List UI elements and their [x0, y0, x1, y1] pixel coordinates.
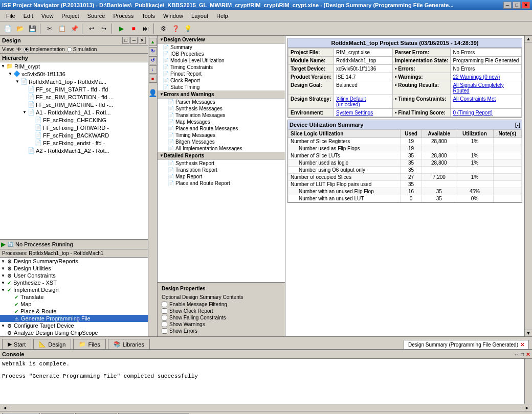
process-item[interactable]: ▼✔Synthesize - XST: [0, 279, 148, 286]
design-tree-item[interactable]: 📄Static Timing: [158, 84, 285, 90]
design-tree-item[interactable]: 📄All Implementation Messages: [158, 145, 285, 152]
design-tree-item[interactable]: 📄Synthesis Report: [158, 160, 285, 167]
design-tree-item[interactable]: 📄Bitgen Messages: [158, 139, 285, 145]
content-tab-files[interactable]: 📁 Files: [73, 339, 105, 349]
redo-button[interactable]: ↪: [98, 23, 109, 34]
hierarchy-item[interactable]: 📄FF_scFixing_endst - ffd -: [0, 139, 148, 147]
cut-button[interactable]: ✂: [44, 23, 55, 34]
design-tree-item[interactable]: 📄Synthesis Messages: [158, 105, 285, 112]
nav-person-icon[interactable]: 👤: [149, 89, 157, 97]
console-hscrollbar[interactable]: ◄ ►: [0, 404, 532, 411]
nav-refresh-button[interactable]: ↻: [149, 47, 157, 55]
new-button[interactable]: 📄: [2, 23, 13, 34]
process-item[interactable]: ▼⚙Design Utilities: [0, 265, 148, 272]
design-tree-item[interactable]: 📄Translation Report: [158, 167, 285, 173]
design-tree-item[interactable]: 📄Summary: [158, 44, 285, 51]
process-item[interactable]: ✔Place & Route: [0, 308, 148, 315]
tree-section-header[interactable]: ▼ Errors and Warnings: [158, 90, 285, 99]
design-prop-checkbox[interactable]: [162, 328, 167, 334]
status-row-value2[interactable]: 22 Warnings (0 new): [451, 73, 522, 81]
menu-item-help[interactable]: Help: [212, 12, 232, 20]
nav-stop-button[interactable]: ■: [149, 75, 157, 83]
status-link2[interactable]: 0 (Timing Report): [453, 110, 492, 116]
doc-tab-close[interactable]: ✕: [520, 342, 524, 348]
scroll-down-btn[interactable]: ▼: [525, 330, 532, 336]
status-link2[interactable]: 22 Warnings (0 new): [453, 74, 500, 80]
process-item[interactable]: ✔Translate: [0, 293, 148, 301]
design-prop-checkbox[interactable]: [162, 308, 167, 314]
run-button[interactable]: ▶: [116, 23, 127, 34]
status-row-value2[interactable]: All Constraints Met: [451, 95, 522, 109]
nav-refresh2-button[interactable]: ↺: [149, 56, 157, 64]
undo-button[interactable]: ↩: [86, 23, 97, 34]
process-item[interactable]: ▼✔Implement Design: [0, 286, 148, 293]
menu-item-window[interactable]: Window: [159, 12, 187, 20]
design-tree-item[interactable]: 📄Module Level Utilization: [158, 57, 285, 64]
status-link2[interactable]: All Signals Completely Routed: [453, 82, 504, 94]
process-item[interactable]: ▼⚙Configure Target Device: [0, 322, 148, 329]
hierarchy-item[interactable]: 📄A2 - RotIdxMach1_A2 - Rot...: [0, 147, 148, 154]
console-close-icon[interactable]: ✕: [526, 352, 530, 357]
step-button[interactable]: ⏭: [140, 23, 151, 34]
doc-tab[interactable]: Design Summary (Programming File Generat…: [404, 340, 529, 349]
hierarchy-item[interactable]: ▼📄A1 - RotIdxMach1_A1 - RotI...: [0, 108, 148, 116]
hierarchy-item[interactable]: 📄FF_scFixing_BACKWARD: [0, 131, 148, 139]
design-prop-checkbox-row[interactable]: Enable Message Filtering: [160, 301, 283, 308]
design-tree-item[interactable]: 📄Timing Messages: [158, 132, 285, 139]
nav-up-button[interactable]: ▲: [149, 38, 157, 46]
nav-down-button[interactable]: ↓: [149, 65, 157, 74]
sim-radio[interactable]: [67, 47, 72, 52]
status-link[interactable]: Xilinx Default (unlocked): [336, 96, 366, 107]
maximize-button[interactable]: □: [513, 2, 521, 9]
hierarchy-item[interactable]: 📄FF_sc_RIM_START - ffd - ffd: [0, 85, 148, 93]
status-row-value2[interactable]: All Signals Completely Routed: [451, 81, 522, 95]
design-tree-item[interactable]: 📄Translation Messages: [158, 112, 285, 119]
tree-section-header[interactable]: ▼ Design Overview: [158, 36, 285, 44]
hierarchy-item[interactable]: 📄FF_sc_RIM_MACHINE - ffd -...: [0, 101, 148, 108]
tree-section-header[interactable]: ▼ Detailed Reports: [158, 152, 285, 160]
status-link2[interactable]: All Constraints Met: [453, 96, 496, 102]
process-item[interactable]: ✔Map: [0, 301, 148, 308]
design-prop-checkbox[interactable]: [162, 302, 167, 307]
status-link[interactable]: System Settings: [336, 110, 373, 116]
design-prop-checkbox-row[interactable]: Show Clock Report: [160, 308, 283, 314]
menu-item-edit[interactable]: Edit: [19, 12, 37, 20]
menu-item-source[interactable]: Source: [83, 12, 109, 20]
design-tree-item[interactable]: 📄Clock Report: [158, 77, 285, 84]
design-tree-item[interactable]: 📄Parser Messages: [158, 99, 285, 105]
status-row-value2[interactable]: 0 (Timing Report): [451, 109, 522, 117]
design-tree-item[interactable]: 📄IOB Properties: [158, 51, 285, 57]
copy-button[interactable]: 📋: [56, 23, 68, 34]
hierarchy-item[interactable]: ▼📁RIM_crypt: [0, 62, 148, 70]
right-scrollbar[interactable]: ▲ ▼: [524, 36, 532, 336]
hierarchy-item[interactable]: 📄FF_scFixing_CHECKING: [0, 116, 148, 124]
hierarchy-item[interactable]: ▼📄RotIdxMach1_top - RotIdxMa...: [0, 78, 148, 85]
menu-item-tools[interactable]: Tools: [138, 12, 159, 20]
hierarchy-item[interactable]: 📄FF_scFixing_FORWARD -: [0, 124, 148, 131]
settings-button[interactable]: ⚙: [158, 23, 169, 34]
stop-button[interactable]: ■: [128, 23, 139, 34]
process-item[interactable]: ▼⚙Design Summary/Reports: [0, 258, 148, 265]
process-item[interactable]: ⚙Analyze Design Using ChipScope: [0, 329, 148, 336]
collapse-button[interactable]: [-]: [515, 122, 520, 128]
scroll-up-btn[interactable]: ▲: [525, 36, 532, 42]
sim-radio-option[interactable]: Simulation: [67, 47, 97, 52]
panel-min-button[interactable]: ─: [130, 37, 138, 44]
design-tree-item[interactable]: 📄Map Report: [158, 173, 285, 180]
console-scrollbar[interactable]: [524, 359, 532, 404]
help-button[interactable]: ❓: [170, 23, 181, 34]
console-max-icon[interactable]: □: [521, 352, 524, 357]
design-tree-item[interactable]: 📄Timing Constraints: [158, 64, 285, 71]
impl-radio-option[interactable]: Implementation: [24, 47, 64, 52]
design-tree-item[interactable]: 📄Place and Route Messages: [158, 125, 285, 132]
design-prop-checkbox-row[interactable]: Show Failing Constraints: [160, 314, 283, 321]
hierarchy-item[interactable]: 📄FF_sc_RIM_ROTATION - ffd ...: [0, 93, 148, 101]
save-button[interactable]: 💾: [27, 23, 38, 34]
menu-item-process[interactable]: Process: [109, 12, 138, 20]
content-tab-libraries[interactable]: 📚 Libraries: [108, 339, 150, 349]
design-tree-item[interactable]: 📄Pinout Report: [158, 71, 285, 77]
open-button[interactable]: 📂: [14, 23, 26, 34]
hierarchy-item[interactable]: ▼🔷xc5vlx50t-1ff1136: [0, 70, 148, 78]
console-resize-icon[interactable]: ↔: [514, 352, 519, 357]
design-prop-checkbox-row[interactable]: Show Errors: [160, 328, 283, 334]
